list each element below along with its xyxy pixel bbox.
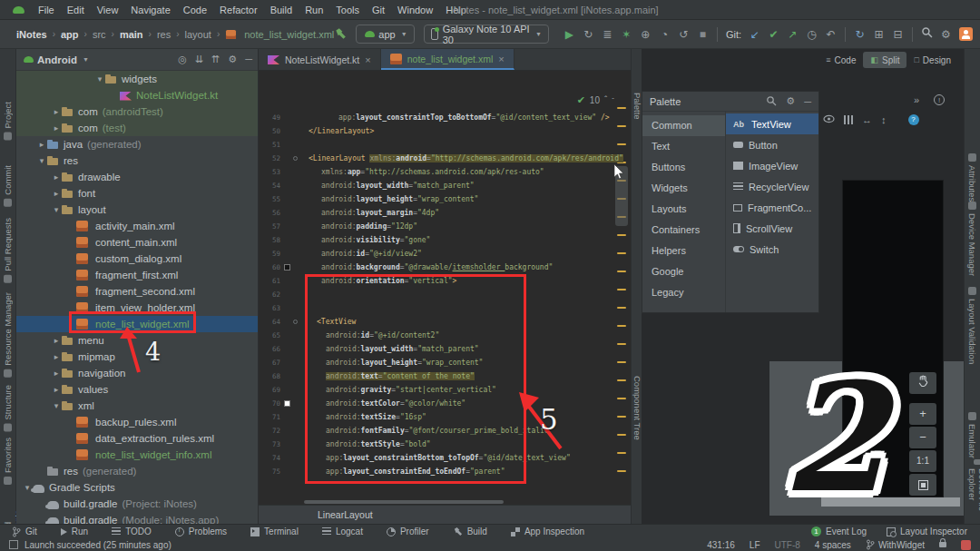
tool-strip-resource-manager[interactable]: Resource Manager [3, 292, 13, 378]
breadcrumb-item[interactable]: layout [185, 29, 211, 40]
tree-item-custom-dialog-xml[interactable]: custom_dialog.xml [16, 251, 258, 267]
tree-item-data-extraction-rules-xml[interactable]: data_extraction_rules.xml [16, 430, 258, 447]
palette-component-fragmentco[interactable]: FragmentCo... [726, 197, 818, 218]
tree-item-font[interactable]: ▸font [16, 185, 258, 202]
next-warning-icon[interactable]: ˇ [612, 96, 614, 104]
palette-category-google[interactable]: Google [642, 261, 725, 282]
menu-item-build[interactable]: Build [264, 5, 299, 15]
palette-category-text[interactable]: Text [642, 136, 725, 157]
tree-item-com[interactable]: ▸com(test) [16, 120, 258, 136]
breadcrumb-item[interactable]: main [120, 29, 143, 40]
chevron-down-icon[interactable]: ▾ [51, 202, 62, 218]
profile-avatar[interactable] [959, 27, 973, 41]
palette-component-scrollview[interactable]: ScrollView [726, 218, 818, 239]
profiler-button[interactable]: ◔ [655, 25, 674, 44]
code-line[interactable]: 56android:layout_margin="4dp" [259, 206, 631, 220]
tree-item-notelistwidget-kt[interactable]: NoteListWidget.kt [16, 87, 258, 103]
palette-category-buttons[interactable]: Buttons [642, 157, 725, 178]
git-branch-widget[interactable]: WithWidget [866, 539, 925, 550]
line-number[interactable]: 74 [259, 451, 280, 465]
line-number[interactable]: 65 [259, 329, 280, 342]
expand-all-icon[interactable]: ⇊ [195, 54, 203, 65]
stop-button[interactable]: ■ [693, 25, 712, 44]
tree-item-java[interactable]: ▸java(generated) [16, 136, 258, 153]
code-line[interactable]: 51 [259, 138, 631, 152]
tree-item-build-gradle[interactable]: build.gradle(Project: iNotes) [16, 496, 258, 512]
breadcrumb-item[interactable]: app [61, 29, 79, 40]
line-number[interactable]: 69 [259, 383, 280, 397]
line-number[interactable]: 67 [259, 356, 280, 369]
code-line[interactable]: 49app:layout_constraintTop_toBottomOf="@… [259, 111, 631, 124]
tree-item-xml[interactable]: ▾xml [16, 398, 258, 414]
breadcrumb-item[interactable]: iNotes [16, 29, 47, 40]
caret-position[interactable]: 431:16 [707, 540, 735, 550]
tree-item-res[interactable]: ▾res [16, 153, 258, 169]
line-number[interactable]: 62 [259, 288, 280, 301]
menu-item-git[interactable]: Git [366, 5, 391, 15]
zoom-in-button[interactable]: + [909, 403, 936, 425]
tool-strip-structure[interactable]: Structure [3, 385, 13, 432]
code-line[interactable]: 58android:visibility="gone" [259, 233, 631, 247]
line-number[interactable]: 58 [259, 233, 280, 247]
git-push-button[interactable]: ↗ [783, 25, 802, 44]
tool-strip-project[interactable]: Project [3, 102, 13, 141]
project-view-selector[interactable]: Android [37, 54, 77, 65]
tool-strip-device-manager[interactable]: Device Manager [967, 202, 977, 276]
help-icon[interactable]: ? [908, 114, 919, 125]
tree-item-gradle-scripts[interactable]: ▾Gradle Scripts [16, 479, 258, 496]
line-number[interactable]: 60 [259, 261, 280, 274]
mode-design[interactable]: □Design [906, 52, 958, 68]
toolwindow-todo[interactable]: TODO [100, 526, 163, 537]
line-number[interactable]: 70 [259, 397, 280, 410]
chevron-down-icon[interactable]: ▾ [22, 479, 33, 496]
tool-strip-attributes[interactable]: Attributes [967, 153, 977, 202]
chevron-right-icon[interactable]: ▸ [51, 381, 62, 398]
toolwindow-app-inspection[interactable]: App Inspection [499, 526, 596, 537]
toolwindow-run[interactable]: Run [49, 526, 100, 537]
chevron-right-icon[interactable]: ▸ [51, 169, 62, 185]
line-number[interactable]: 66 [259, 342, 280, 356]
line-number[interactable]: 73 [259, 438, 280, 451]
prev-warning-icon[interactable]: ˆ [604, 95, 607, 105]
alert-icon[interactable]: ! [934, 94, 945, 105]
tree-item-build-gradle[interactable]: build.gradle(Module: iNotes.app) [16, 512, 258, 524]
toolwindow-build[interactable]: Build [441, 526, 499, 537]
line-number[interactable]: 51 [259, 138, 280, 152]
code-line[interactable]: 59android:id="@+id/view2" [259, 247, 631, 261]
tree-item-values[interactable]: ▸values [16, 381, 258, 398]
horizontal-scrollbar[interactable] [304, 500, 504, 504]
tree-item-activity-main-xml[interactable]: activity_main.xml [16, 218, 258, 234]
tab-note-list-widget-xml[interactable]: note_list_widget.xml× [381, 49, 514, 70]
run-button[interactable]: ▶ [560, 25, 579, 44]
palette-category-legacy[interactable]: Legacy [642, 282, 725, 303]
code-line[interactable]: 57android:padding="12dp" [259, 220, 631, 233]
inspection-widget[interactable]: ✔ 10 ˆ ˇ [577, 94, 614, 106]
lock-icon[interactable] [939, 542, 946, 547]
tool-strip-layout-validation[interactable]: Layout Validation [967, 287, 977, 364]
event-log-button[interactable]: 1 Event Log [811, 526, 867, 536]
palette-component-imageview[interactable]: ImageView [726, 155, 818, 176]
device-manager-button[interactable]: ⊞ [869, 25, 888, 44]
fold-marker-icon[interactable] [293, 156, 298, 161]
zoom-fit-button[interactable] [909, 474, 936, 496]
indent-setting[interactable]: 4 spaces [815, 540, 851, 550]
debug-button[interactable]: ✶ [617, 25, 636, 44]
search-icon[interactable] [766, 95, 777, 108]
zoom-reset-button[interactable]: 1:1 [909, 450, 936, 472]
code-line[interactable]: 55android:layout_height="wrap_content" [259, 192, 631, 206]
tree-item-drawable[interactable]: ▸drawable [16, 169, 258, 185]
menu-item-tools[interactable]: Tools [329, 5, 366, 15]
file-encoding[interactable]: UTF-8 [775, 540, 800, 550]
line-number[interactable]: 61 [259, 274, 280, 288]
settings-icon[interactable]: ⚙ [228, 54, 237, 65]
attach-debugger-button[interactable]: ⊕ [636, 25, 655, 44]
tree-item-backup-rules-xml[interactable]: backup_rules.xml [16, 414, 258, 430]
line-number[interactable]: 68 [259, 369, 280, 383]
git-commit-button[interactable]: ✔ [764, 25, 783, 44]
palette-component-button[interactable]: Button [726, 134, 818, 155]
code-line[interactable]: 53xmlns:app="http://schemas.android.com/… [259, 165, 631, 179]
chevron-right-icon[interactable]: ▸ [51, 349, 62, 365]
line-number[interactable]: 71 [259, 410, 280, 424]
gear-icon[interactable]: ⚙ [786, 95, 795, 107]
git-history-button[interactable]: ◷ [802, 25, 821, 44]
